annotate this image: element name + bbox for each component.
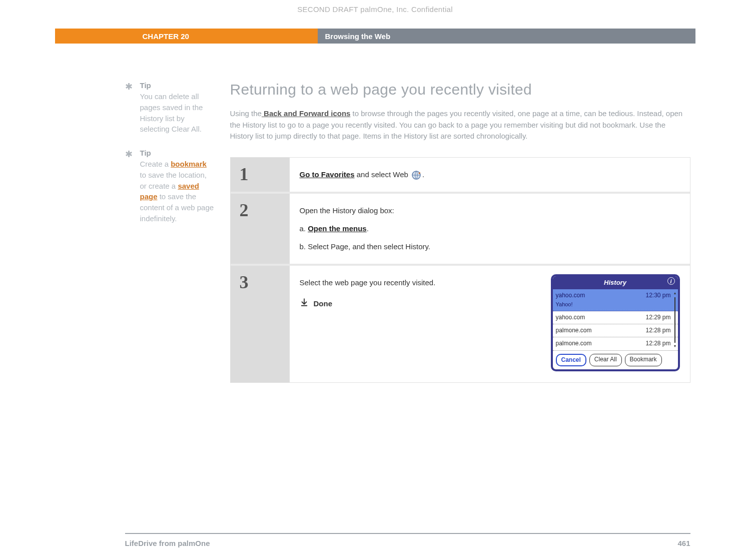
dialog-title-bar: History i [553, 276, 678, 290]
tip-heading: Tip [140, 81, 215, 90]
tip-item: ✱ Tip You can delete all pages saved in … [125, 81, 215, 135]
history-list: yahoo.com Yahoo! 12:30 pm yahoo.com 12:2… [553, 289, 678, 350]
info-icon[interactable]: i [667, 277, 675, 285]
tip-body: Create a bookmark to save the location, … [140, 159, 215, 224]
draft-watermark: SECOND DRAFT palmOne, Inc. Confidential [55, 0, 695, 29]
step-sub-label: a. [300, 224, 308, 233]
scrollbar[interactable]: ▴ ▾ [673, 290, 677, 349]
bookmark-link[interactable]: bookmark [171, 160, 207, 168]
footer-page-number: 461 [677, 539, 690, 547]
web-globe-icon [411, 170, 421, 180]
open-menus-link[interactable]: Open the menus [308, 224, 367, 233]
step-row: 1 Go to Favorites and select Web . [231, 158, 690, 194]
dialog-buttons: Cancel Clear All Bookmark [553, 351, 678, 369]
down-arrow-icon [300, 298, 309, 310]
section-title: Returning to a web page you recently vis… [230, 81, 690, 98]
history-subtitle: Yahoo! [556, 300, 585, 309]
step-row: 3 Select the web page you recently visit… [231, 266, 690, 382]
step-plain: . [422, 170, 424, 179]
history-dialog-screenshot: History i yahoo.com Yahoo! 12:30 pm [551, 274, 680, 371]
steps-table: 1 Go to Favorites and select Web . 2 Ope… [230, 157, 690, 383]
step-row: 2 Open the History dialog box: a. Open t… [231, 194, 690, 266]
bookmark-button[interactable]: Bookmark [625, 354, 662, 366]
go-to-favorites-link[interactable]: Go to Favorites [300, 170, 355, 179]
history-item[interactable]: palmone.com 12:28 pm [553, 337, 678, 350]
intro-paragraph: Using the Back and Forward icons to brow… [230, 108, 690, 142]
chapter-bar: CHAPTER 20 Browsing the Web [55, 29, 695, 44]
scroll-up-icon[interactable]: ▴ [674, 290, 676, 297]
step-text: Open the History dialog box: a. Open the… [300, 205, 680, 253]
chapter-number: CHAPTER 20 [125, 29, 318, 44]
footer-product: LifeDrive from palmOne [125, 539, 210, 547]
tips-sidebar: ✱ Tip You can delete all pages saved in … [55, 81, 230, 383]
done-indicator: Done [300, 298, 543, 310]
step-sub-b: b. Select Page, and then select History. [300, 241, 680, 253]
history-item[interactable]: yahoo.com 12:29 pm [553, 311, 678, 324]
history-site: yahoo.com [556, 313, 585, 322]
step-plain: and select Web [355, 170, 410, 179]
step-plain: . [367, 224, 369, 233]
step-number: 3 [231, 266, 290, 382]
chapter-title: Browsing the Web [318, 29, 695, 44]
step-text: Go to Favorites and select Web . [300, 169, 680, 181]
asterisk-icon: ✱ [125, 81, 133, 92]
history-site: palmone.com [556, 339, 592, 348]
tip-item: ✱ Tip Create a bookmark to save the loca… [125, 149, 215, 224]
tip-heading: Tip [140, 149, 215, 157]
dialog-title: History [604, 279, 626, 286]
tip-body: You can delete all pages saved in the Hi… [140, 91, 215, 135]
history-time: 12:28 pm [645, 339, 670, 348]
step-lead: Open the History dialog box: [300, 205, 680, 217]
back-forward-link[interactable]: Back and Forward icons [262, 109, 351, 118]
asterisk-icon: ✱ [125, 149, 133, 160]
intro-text: Using the [230, 109, 262, 118]
step-text: Select the web page you recently visited… [300, 277, 543, 371]
page-footer: LifeDrive from palmOne 461 [125, 533, 690, 547]
step-number: 2 [231, 194, 290, 264]
tip-text: Create a [140, 160, 171, 168]
history-time: 12:28 pm [645, 326, 670, 335]
clear-all-button[interactable]: Clear All [589, 354, 622, 366]
main-content: Returning to a web page you recently vis… [230, 81, 695, 383]
cancel-button[interactable]: Cancel [556, 354, 586, 366]
step-instruction: Select the web page you recently visited… [300, 277, 543, 289]
history-item[interactable]: palmone.com 12:28 pm [553, 324, 678, 337]
history-item-selected[interactable]: yahoo.com Yahoo! 12:30 pm [553, 289, 678, 311]
history-site: yahoo.com [556, 292, 585, 299]
history-site: palmone.com [556, 326, 592, 335]
scroll-down-icon[interactable]: ▾ [674, 343, 676, 350]
step-number: 1 [231, 158, 290, 192]
history-time: 12:29 pm [645, 313, 670, 322]
history-time: 12:30 pm [645, 291, 670, 309]
done-label: Done [314, 298, 333, 310]
